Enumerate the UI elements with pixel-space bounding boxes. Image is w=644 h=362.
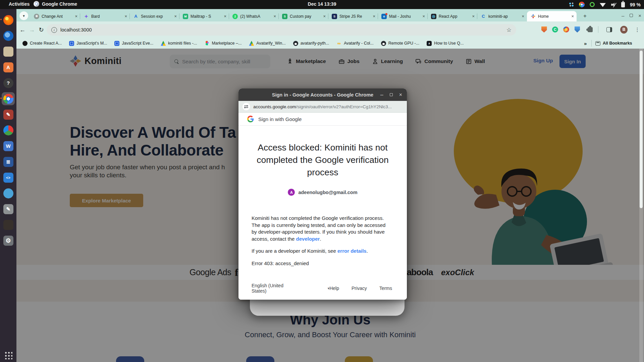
bookmarks-overflow-button[interactable]: » (584, 41, 587, 46)
figma-icon (204, 41, 209, 46)
site-info-icon[interactable]: i (51, 27, 57, 33)
dock-thunderbird[interactable] (2, 29, 15, 42)
toolbar-divider (598, 26, 598, 33)
popup-close-button[interactable]: × (399, 92, 402, 98)
chrome-tray-icon[interactable] (579, 2, 585, 7)
page-scrollbar[interactable] (639, 49, 643, 362)
orange-ring-icon (563, 26, 569, 33)
scrollbar-thumb[interactable] (640, 51, 643, 208)
account-row[interactable]: A adeenolugbo@gmail.com (238, 189, 407, 196)
atlassian-icon: A (133, 14, 139, 19)
files-icon (3, 47, 13, 57)
tab-react-app[interactable]: ◎ React App × (428, 11, 477, 21)
ext-adguard[interactable] (540, 26, 548, 33)
new-tab-button[interactable]: + (581, 12, 589, 20)
dock-dark-app[interactable] (2, 218, 15, 231)
settings-icon: ⚙ (3, 236, 13, 246)
address-bar[interactable]: i localhost:3000 ☆ (47, 24, 516, 36)
tab-bard[interactable]: ✦ Bard × (80, 11, 130, 21)
ext-orange-ring[interactable] (562, 26, 570, 33)
bookmark-avatarify-colab[interactable]: ∞Avatarify - Col... (334, 40, 376, 47)
ext-green-c[interactable]: C (551, 26, 559, 33)
back-button[interactable]: ← (18, 25, 27, 35)
bookmark-star-icon[interactable]: ☆ (506, 26, 512, 34)
all-bookmarks-button[interactable]: All Bookmarks (595, 41, 632, 46)
tab-close-icon[interactable]: × (422, 14, 425, 18)
forward-button[interactable]: → (27, 25, 37, 35)
profile-button[interactable]: B (620, 26, 628, 33)
address-url[interactable]: localhost:3000 (60, 27, 92, 33)
bookmark-marketplace[interactable]: Marketplace –... (202, 40, 244, 47)
dock-marker-app[interactable]: ✎ (2, 108, 15, 121)
tab-close-icon[interactable]: × (75, 14, 77, 18)
dock-files[interactable] (2, 45, 15, 58)
tab-close-icon[interactable]: × (522, 14, 524, 18)
clock[interactable]: Dec 14 13:39 (0, 1, 644, 7)
dock-vscode[interactable]: <> (2, 171, 15, 184)
dock-help[interactable]: ? (2, 76, 15, 89)
app-grid-button[interactable] (4, 351, 12, 359)
window-minimize-button[interactable]: – (622, 13, 624, 18)
tab-close-icon[interactable]: × (224, 14, 226, 18)
tab-close-icon[interactable]: × (571, 14, 574, 18)
window-restore-button[interactable] (630, 14, 633, 17)
tab-close-icon[interactable]: × (373, 14, 375, 18)
error-details-link[interactable]: error details (337, 248, 367, 254)
tab-close-icon[interactable]: × (273, 14, 276, 18)
tab-home-active[interactable]: Home × (527, 11, 577, 21)
terms-link[interactable]: Terms (379, 286, 392, 291)
language-selector[interactable]: English (United States) ▾ (252, 283, 329, 294)
popup-titlebar[interactable]: Sign in - Google Accounts - Google Chrom… (238, 88, 407, 101)
window-close-button[interactable]: × (638, 13, 641, 18)
developer-link[interactable]: developer (296, 236, 320, 242)
popup-minimize-button[interactable]: – (380, 92, 383, 98)
dock-word-app[interactable]: W (2, 139, 15, 153)
bookmark-js-m[interactable]: JavaScript's M... (66, 40, 110, 47)
dock-blue-tool[interactable] (2, 187, 15, 200)
dock-settings[interactable]: ⚙ (2, 234, 15, 247)
dock-writer[interactable]: ≣ (2, 155, 15, 168)
indicator-icon[interactable] (569, 2, 574, 7)
chrome-menu-button[interactable]: ⋮ (634, 26, 641, 33)
dock-chrome[interactable] (2, 92, 15, 105)
reload-button[interactable]: ↻ (37, 25, 46, 35)
privacy-link[interactable]: Privacy (352, 286, 367, 291)
bookmark-js-eve[interactable]: JavaScript Eve... (112, 40, 156, 47)
tab-change-ant[interactable]: ✳ Change Ant × (31, 11, 80, 21)
bookmark-avatarify-win[interactable]: Avatarify_Win... (246, 40, 288, 47)
bookmark-kominiti-files[interactable]: kominiti files -... (158, 40, 200, 47)
chatgpt-icon: ✳ (34, 14, 39, 19)
tab-custom-pay[interactable]: S Custom pay × (279, 11, 328, 21)
avatar: B (620, 26, 628, 34)
tune-icon[interactable] (243, 103, 250, 110)
vpn-icon[interactable] (590, 2, 595, 7)
side-panel-button[interactable] (605, 26, 613, 33)
tab-search-button[interactable]: ▾ (19, 11, 28, 20)
tab-stripe-js[interactable]: S Stripe JS Re × (328, 11, 378, 21)
dock-software[interactable]: A (2, 61, 15, 74)
bookmark-avatarify-py[interactable]: avatarify-pyth... (290, 40, 332, 47)
dock-media-app[interactable] (2, 124, 15, 137)
popup-urlbar[interactable]: accounts.google.com/signin/oauth/error/v… (238, 101, 407, 113)
tab-close-icon[interactable]: × (174, 14, 177, 18)
tab-mail[interactable]: o Mail - Joshu × (378, 11, 428, 21)
extensions-menu[interactable] (586, 26, 594, 33)
tab-close-icon[interactable]: × (472, 14, 475, 18)
dock-text-editor[interactable]: ✎ (2, 202, 15, 216)
bookmark-how-to-q[interactable]: ∧How to Use Q... (424, 40, 466, 47)
help-link[interactable]: Help (329, 286, 339, 291)
tab-mailtrap[interactable]: M Mailtrap - S × (179, 11, 229, 21)
wifi-icon[interactable] (600, 2, 606, 7)
tab-kominiti-ap[interactable]: C kominiti-ap × (477, 11, 527, 21)
popup-maximize-button[interactable] (390, 93, 393, 96)
tab-close-icon[interactable]: × (323, 14, 326, 18)
ext-blue-shield[interactable] (574, 26, 581, 33)
muted-sound-icon[interactable] (611, 2, 616, 7)
bookmark-remote-gpu[interactable]: Remote GPU -... (378, 40, 422, 47)
tab-session[interactable]: A Session exp × (130, 11, 179, 21)
dock-firefox[interactable] (2, 13, 15, 26)
system-tray[interactable]: 99 % (569, 0, 641, 9)
bookmark-create-react[interactable]: Create React A... (20, 40, 64, 47)
tab-whatsapp[interactable]: 2 (2) WhatsA × (229, 11, 279, 21)
tab-close-icon[interactable]: × (124, 14, 127, 18)
